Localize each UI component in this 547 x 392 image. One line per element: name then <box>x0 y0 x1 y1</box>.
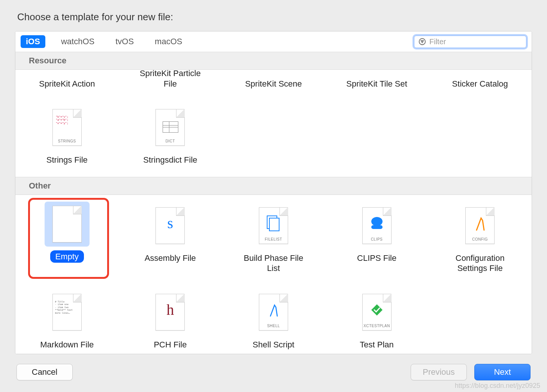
next-button[interactable]: Next <box>474 364 531 380</box>
template-label: PCH File <box>148 338 192 351</box>
svg-point-6 <box>371 217 383 226</box>
tab-ios[interactable]: iOS <box>21 35 45 48</box>
template-label: SpriteKit Particle File <box>129 70 211 90</box>
template-strings-file[interactable]: "k"="v"; "a"="b"; "x"="y"; STRINGS Strin… <box>15 102 119 166</box>
svg-rect-5 <box>269 218 279 231</box>
template-build-phase-file-list[interactable]: FILELIST Build Phase File List <box>222 200 325 275</box>
template-pch-file[interactable]: h PCH File <box>119 287 222 351</box>
template-stringsdict-file[interactable]: DICT Stringsdict File <box>119 102 222 166</box>
template-label: Build Phase File List <box>232 252 315 275</box>
section-header-other: Other <box>15 177 532 195</box>
template-spritekit-action[interactable]: SpriteKit Action <box>15 70 119 90</box>
template-spritekit-particle[interactable]: SpriteKit Particle File <box>119 70 222 90</box>
template-sticker-catalog[interactable]: Sticker Catalog <box>428 70 532 90</box>
file-icon: SHELL <box>259 294 288 331</box>
file-icon: DICT <box>155 109 185 146</box>
dialog-footer: Cancel Previous Next <box>15 354 532 380</box>
platform-tabs: iOS watchOS tvOS macOS <box>15 31 532 52</box>
template-label: Assembly File <box>139 252 201 265</box>
template-label: SpriteKit Tile Set <box>341 78 412 90</box>
file-icon: s <box>155 207 185 244</box>
template-label: Test Plan <box>354 338 399 351</box>
file-icon: CONFIG <box>465 207 495 244</box>
template-label: SpriteKit Scene <box>240 78 307 90</box>
template-markdown-file[interactable]: # Title - item one - item two **bold** t… <box>15 287 119 351</box>
template-label: SpriteKit Action <box>34 78 100 90</box>
section-header-resource: Resource <box>15 52 532 70</box>
file-badge: CONFIG <box>472 237 488 241</box>
template-label: Markdown File <box>35 338 99 351</box>
template-panel: iOS watchOS tvOS macOS Resource SpriteKi… <box>15 31 532 354</box>
template-test-plan[interactable]: XCTESTPLAN Test Plan <box>325 287 429 351</box>
file-icon: XCTESTPLAN <box>362 294 392 331</box>
file-badge: STRINGS <box>58 139 76 143</box>
template-assembly-file[interactable]: s Assembly File <box>119 200 222 275</box>
file-icon: # Title - item one - item two **bold** t… <box>52 294 82 331</box>
filter-field[interactable] <box>414 36 526 48</box>
template-spritekit-scene[interactable]: SpriteKit Scene <box>222 70 325 90</box>
template-label: Sticker Catalog <box>447 78 513 90</box>
file-icon: "k"="v"; "a"="b"; "x"="y"; STRINGS <box>52 109 82 146</box>
file-badge: CLIPS <box>371 237 383 241</box>
previous-button[interactable]: Previous <box>411 364 467 380</box>
template-label: Configuration Settings File <box>439 252 521 275</box>
file-badge: XCTESTPLAN <box>363 324 390 328</box>
resource-grid: SpriteKit Action SpriteKit Particle File… <box>15 70 532 177</box>
svg-rect-7 <box>371 225 383 229</box>
template-shell-script[interactable]: SHELL Shell Script <box>222 287 325 351</box>
tab-macos[interactable]: macOS <box>149 35 187 48</box>
file-icon: FILELIST <box>259 207 288 244</box>
file-icon: CLIPS <box>362 207 392 244</box>
template-label: Stringsdict File <box>138 154 202 166</box>
file-icon: h <box>155 294 185 331</box>
template-label: CLIPS File <box>352 252 402 265</box>
dialog-title: Choose a template for your new file: <box>17 11 532 23</box>
template-label: Shell Script <box>247 338 299 351</box>
template-clips-file[interactable]: CLIPS CLIPS File <box>325 200 429 275</box>
cancel-button[interactable]: Cancel <box>16 364 73 380</box>
svg-marker-8 <box>371 304 383 316</box>
other-grid: Empty s Assembly File <box>15 195 532 354</box>
watermark: https://blog.csdn.net/jyz0925 <box>455 382 540 390</box>
tab-tvos[interactable]: tvOS <box>110 35 139 48</box>
file-badge: FILELIST <box>265 237 282 241</box>
template-label: Strings File <box>41 154 93 166</box>
file-badge: SHELL <box>267 324 280 328</box>
highlight-annotation <box>28 198 109 279</box>
file-badge: DICT <box>166 139 175 143</box>
filter-icon <box>418 37 426 46</box>
tab-watchos[interactable]: watchOS <box>56 35 100 48</box>
filter-input[interactable] <box>429 37 522 46</box>
template-config-settings-file[interactable]: CONFIG Configuration Settings File <box>428 200 532 275</box>
template-spritekit-tileset[interactable]: SpriteKit Tile Set <box>325 70 429 90</box>
